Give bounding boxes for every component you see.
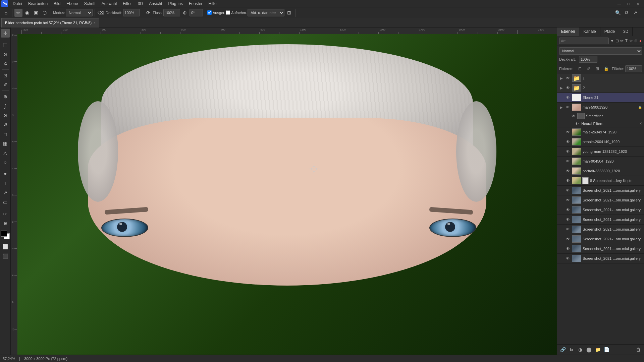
lock-pixels-button[interactable]: ⊡ [577,65,583,72]
menu-bild[interactable]: Bild [51,1,63,7]
layer-mask-button[interactable]: ◑ [577,346,584,353]
layers-search-input[interactable] [559,38,609,44]
text-tool[interactable]: T [1,179,10,188]
menu-ebene[interactable]: Ebene [64,1,81,7]
group2-visibility-toggle[interactable]: 👁 [565,85,571,90]
layer-man904[interactable]: 👁 man-904504_1920 [557,157,644,166]
maximize-button[interactable]: □ [624,0,633,7]
lock-position-button[interactable]: ✐ [585,65,592,72]
screenshotc-visibility-toggle[interactable]: 👁 [565,207,571,212]
filter-icon4-button[interactable]: ☆ [629,38,633,44]
dodge-tool[interactable]: ○ [1,158,10,167]
hand-tool[interactable]: ☞ [1,209,10,218]
ebene21-visibility-toggle[interactable]: 👁 [565,95,571,100]
layer-screenshot-f[interactable]: 👁 Screenshot_2021-...om.miui.gallery [557,234,644,244]
man59-expand-icon[interactable]: ▶ [559,106,564,109]
extra-option-button[interactable]: ⊞ [285,9,293,17]
layer-screenshot-d[interactable]: 👁 Screenshot_2021-...om.miui.gallery [557,215,644,225]
crop-tool[interactable]: ⊡ [1,71,10,80]
brush-size-button[interactable]: ◉ [23,9,31,17]
filter-icon2-button[interactable]: ✏ [620,38,624,44]
layer-screenshot-a[interactable]: 👁 Screenshot_2021-...om.miui.gallery [557,186,644,195]
brush-tool-button[interactable]: ✏ [14,9,22,17]
filter-icon3-button[interactable]: T [625,38,628,44]
tool-option1-button[interactable]: ▣ [32,9,40,17]
angle-icon[interactable]: ⊕ [181,9,189,17]
minimize-button[interactable]: — [614,0,624,7]
filter-type-button[interactable]: ▼ [610,38,614,44]
filter-toggle-button[interactable]: ● [639,38,642,44]
layer-screenshot-g[interactable]: 👁 Screenshot_2021-...om.miui.gallery [557,244,644,254]
filter-icon5-button[interactable]: ⊕ [634,38,638,44]
menu-hilfe[interactable]: Hilfe [206,1,219,7]
pen-tool[interactable]: ✒ [1,170,10,178]
screenshotg-visibility-toggle[interactable]: 👁 [565,246,571,251]
layer-smartfilter[interactable]: 👁 Smartfilter [557,112,644,120]
panel-tab-3d[interactable]: 3D [619,27,633,36]
flaeche-input[interactable] [625,65,642,72]
home-button[interactable]: ⌂ [2,9,10,17]
quick-mask-button[interactable]: ⬜ [1,242,10,251]
new-group-button[interactable]: 📁 [594,346,601,353]
menu-filter[interactable]: Filter [120,1,135,7]
screenshotb-visibility-toggle[interactable]: 👁 [565,198,571,202]
lock-all-button[interactable]: 🔒 [603,65,609,72]
close-button[interactable]: × [633,0,643,7]
lock-artboard-button[interactable]: ⊞ [594,65,601,72]
app-icon[interactable]: Ps [1,0,8,7]
opacity-value-input[interactable] [579,56,597,63]
search-button[interactable]: 🔍 [614,9,622,17]
layer-fx-button[interactable]: fx [568,346,575,353]
layer-male2634[interactable]: 👁 male-2634974_1920 [557,127,644,137]
opacity-input[interactable] [123,9,140,16]
panel-tab-ebenen[interactable]: Ebenen [557,27,579,36]
canvas-container[interactable] [17,34,557,355]
portrait3353-visibility-toggle[interactable]: 👁 [565,169,571,173]
share-button[interactable]: ↗ [631,9,639,17]
ausger-checkbox[interactable] [207,10,212,15]
akt-select[interactable]: Akt. u. darunter [248,9,284,16]
eyedropper-tool[interactable]: ✐ [1,80,10,89]
blend-mode-select[interactable]: Normal [559,47,642,55]
filter-icon1-button[interactable]: ⊡ [615,38,619,44]
layer-neural-filters[interactable]: 👁 Neural Filters ✕ [557,120,644,127]
tab-close-button[interactable]: × [94,21,96,25]
brush-tool[interactable]: ∫ [1,102,10,110]
aufnehm-checkbox[interactable] [226,10,230,15]
workspace-button[interactable]: ⧉ [623,9,631,17]
menu-3d[interactable]: 3D [135,1,146,7]
layer-ebene21[interactable]: 👁 Ebene 21 [557,93,644,103]
menu-fenster[interactable]: Fenster [186,1,205,7]
menu-auswahl[interactable]: Auswahl [99,1,119,7]
screenshotd-visibility-toggle[interactable]: 👁 [565,217,571,222]
move-tool[interactable]: ✛ [1,29,10,38]
menu-datei[interactable]: Datei [10,1,25,7]
gradient-tool[interactable]: ▦ [1,139,10,148]
menu-schrift[interactable]: Schrift [82,1,98,7]
screenshota-visibility-toggle[interactable]: 👁 [565,188,571,193]
menu-bearbeiten[interactable]: Bearbeiten [25,1,50,7]
tool-option2-button[interactable]: ⬡ [41,9,49,17]
flow-icon[interactable]: ⟳ [144,9,152,17]
path-select-tool[interactable]: ↗ [1,188,10,197]
neural-filters-close-icon[interactable]: ✕ [639,122,642,125]
man59-visibility-toggle[interactable]: 👁 [565,105,571,110]
neural-visibility-toggle[interactable]: 👁 [574,122,579,126]
eraser-tool[interactable]: ◻ [1,130,10,138]
screenshote-visibility-toggle[interactable]: 👁 [565,227,571,232]
layer-group1[interactable]: ▶ 👁 📁 1 [557,73,644,83]
zoom-tool[interactable]: ⊕ [1,219,10,228]
group2-expand-icon[interactable]: ▶ [559,86,564,90]
new-layer-button[interactable]: 📄 [603,346,610,353]
group1-expand-icon[interactable]: ▶ [559,76,564,80]
layer-screenshot8[interactable]: 👁 8 Screenshot-...lery Kopie [557,176,644,186]
layer-portrait3353[interactable]: 👁 portrait-3353699_1920 [557,166,644,176]
panel-tab-kanaele[interactable]: Kanäle [579,27,600,36]
history-brush-tool[interactable]: ↺ [1,120,10,129]
mode-select[interactable]: Normal [66,9,93,16]
magic-wand-tool[interactable]: ✲ [1,59,10,68]
layer-screenshot-e[interactable]: 👁 Screenshot_2021-...om.miui.gallery [557,225,644,234]
layer-screenshot-b[interactable]: 👁 Screenshot_2021-...om.miui.gallery [557,195,644,205]
panel-tab-pfade[interactable]: Pfade [600,27,619,36]
youngman-visibility-toggle[interactable]: 👁 [565,149,571,154]
